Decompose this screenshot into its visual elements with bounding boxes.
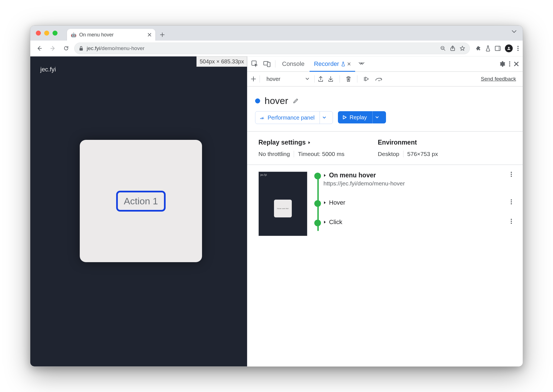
step-node-icon — [314, 220, 321, 226]
recording-picker-value: hover — [266, 76, 280, 82]
step-title: On menu hover — [323, 172, 405, 179]
step-title: Click — [323, 219, 342, 226]
svg-point-7 — [517, 48, 519, 49]
svg-point-13 — [509, 63, 510, 64]
browser-window: 🤖 On menu hover — [30, 25, 523, 367]
tab-console[interactable]: Console — [278, 56, 309, 71]
minimize-window-button[interactable] — [44, 31, 49, 36]
recorder-toolbar: hover Send feedback — [247, 72, 523, 86]
tab-recorder[interactable]: Recorder — [310, 56, 355, 71]
bookmark-icon[interactable] — [460, 46, 465, 51]
import-icon[interactable] — [328, 76, 333, 82]
svg-point-12 — [509, 61, 510, 63]
step-subtitle: https://jec.fyi/demo/menu-hover — [323, 180, 405, 187]
delete-icon[interactable] — [346, 76, 351, 82]
demo-card: Action 1 — [80, 140, 202, 262]
svg-rect-11 — [267, 62, 270, 67]
recording-thumbnail: Hover over this! — [258, 172, 307, 236]
svg-point-15 — [378, 80, 380, 81]
svg-point-16 — [262, 119, 263, 120]
reload-button[interactable] — [61, 43, 71, 54]
maximize-window-button[interactable] — [53, 31, 58, 36]
svg-point-18 — [511, 174, 512, 175]
svg-point-20 — [511, 199, 512, 200]
action-button[interactable]: Action 1 — [116, 191, 166, 212]
export-icon[interactable] — [318, 76, 323, 82]
labs-icon — [341, 61, 345, 66]
step-menu-icon[interactable] — [510, 199, 512, 205]
replay-label: Replay — [350, 114, 367, 121]
steps-timeline: On menu hover https://jec.fyi/demo/menu-… — [314, 172, 517, 236]
step-icon[interactable] — [375, 76, 383, 81]
devtools-menu-icon[interactable] — [509, 61, 510, 67]
step-row[interactable]: On menu hover https://jec.fyi/demo/menu-… — [323, 172, 517, 187]
recording-status-dot — [255, 98, 260, 103]
close-icon[interactable] — [347, 62, 351, 66]
edit-title-icon[interactable] — [293, 98, 299, 104]
devtools-panel: Console Recorder — [247, 56, 523, 366]
step-node-icon — [314, 173, 321, 179]
tab-search-button[interactable] — [512, 30, 517, 33]
resolution-value: 576×753 px — [407, 151, 438, 157]
labs-icon[interactable] — [485, 45, 490, 51]
step-row[interactable]: Hover — [323, 199, 517, 206]
step-menu-icon[interactable] — [510, 219, 512, 224]
tab-close-icon[interactable] — [148, 33, 151, 37]
step-menu-icon[interactable] — [510, 172, 512, 177]
tab-favicon: 🤖 — [71, 32, 76, 38]
browser-menu-icon[interactable] — [517, 46, 519, 51]
browser-tab[interactable]: 🤖 On menu hover — [67, 29, 155, 41]
settings-icon[interactable] — [499, 61, 505, 67]
svg-point-6 — [517, 46, 519, 47]
zoom-icon[interactable] — [440, 46, 446, 51]
replay-settings-section: Replay settings No throttling Timeout: 5… — [247, 132, 523, 165]
back-button[interactable] — [34, 43, 45, 54]
tab-title: On menu hover — [79, 32, 114, 38]
svg-point-21 — [511, 201, 512, 202]
performance-panel-dropdown[interactable] — [320, 111, 329, 124]
timeout-value[interactable]: Timeout: 5000 ms — [298, 151, 344, 157]
tab-recorder-label: Recorder — [314, 60, 339, 68]
profile-avatar[interactable] — [505, 44, 513, 52]
url-host: jec.fyi/demo/menu-hover — [87, 45, 145, 51]
continue-icon[interactable] — [363, 76, 371, 82]
step-title: Hover — [323, 199, 345, 206]
viewport-dimensions: 504px × 685.33px — [196, 56, 247, 67]
svg-point-25 — [511, 223, 512, 224]
replay-settings-header[interactable]: Replay settings — [258, 139, 345, 146]
environment-header: Environment — [378, 139, 438, 146]
performance-panel-label: Performance panel — [268, 115, 315, 121]
svg-point-14 — [509, 65, 510, 66]
recording-picker[interactable]: hover — [263, 76, 311, 82]
device-value: Desktop — [378, 151, 399, 157]
titlebar: 🤖 On menu hover — [30, 26, 523, 41]
svg-point-8 — [517, 50, 519, 51]
device-toolbar-icon[interactable] — [261, 61, 273, 67]
thumbnail-card: Hover over this! — [274, 200, 292, 217]
close-window-button[interactable] — [36, 31, 41, 36]
address-bar[interactable]: jec.fyi/demo/menu-hover — [74, 43, 470, 54]
svg-point-17 — [511, 172, 512, 173]
svg-point-22 — [511, 203, 512, 204]
site-name: jec.fyi — [40, 66, 56, 73]
close-devtools-icon[interactable] — [514, 61, 519, 66]
new-recording-button[interactable] — [251, 76, 256, 82]
svg-point-23 — [511, 219, 512, 220]
forward-button[interactable] — [48, 43, 58, 54]
step-row[interactable]: Click — [323, 219, 517, 226]
replay-dropdown[interactable] — [372, 111, 382, 123]
replay-button[interactable]: Replay — [338, 111, 386, 123]
more-tabs-button[interactable] — [356, 56, 367, 71]
side-panel-icon[interactable] — [495, 46, 500, 51]
recording-title: hover — [265, 95, 288, 106]
send-feedback-link[interactable]: Send feedback — [481, 76, 519, 82]
svg-rect-0 — [79, 48, 83, 51]
inspect-element-icon[interactable] — [249, 60, 261, 68]
throttling-value[interactable]: No throttling — [258, 151, 290, 157]
new-tab-button[interactable] — [158, 31, 166, 39]
share-icon[interactable] — [450, 46, 455, 51]
devtools-tabstrip: Console Recorder — [247, 56, 523, 72]
extensions-icon[interactable] — [475, 46, 481, 51]
window-controls — [36, 31, 58, 36]
performance-panel-button[interactable]: Performance panel — [255, 111, 333, 124]
